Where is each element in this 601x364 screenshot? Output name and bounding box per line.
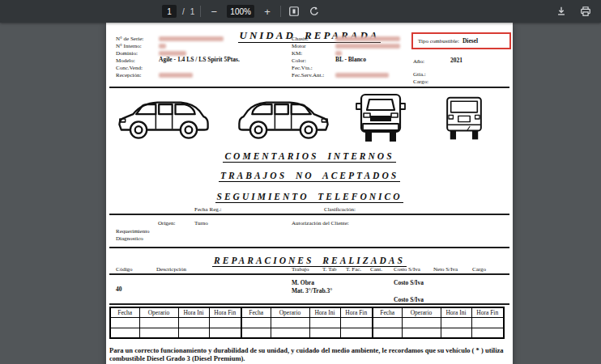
- work-log-header-cell: Operario: [139, 307, 178, 317]
- work-log-cell: [441, 317, 471, 328]
- work-log-cell: [373, 328, 402, 338]
- pdf-toolbar: 1 / 1 − 100% +: [0, 0, 601, 23]
- field-value-anio: 2021: [450, 57, 462, 64]
- requerimiento-label: Requerimiento: [116, 228, 150, 235]
- redacted-value-chasis: [335, 36, 400, 41]
- repairs-col-neto: Neto S/Iva: [433, 266, 458, 273]
- zoom-out-button[interactable]: −: [207, 4, 221, 19]
- field-value-modelo: Agile - 1.4 LS / LS Spirit 5Ptas.: [159, 57, 240, 63]
- page-total: 1: [190, 7, 195, 16]
- fit-to-page-icon: [288, 6, 300, 17]
- repairs-col-ttab: T. Tab: [322, 266, 337, 273]
- repairs-heading: REPARACIONES REALIZADAS: [212, 256, 407, 267]
- field-label-gtia: Gtía.:: [413, 71, 426, 78]
- redacted-value-serie: [159, 36, 224, 41]
- work-log-header-cell: Operario: [271, 307, 309, 317]
- work-log-header-cell: Hora Fin: [209, 307, 241, 317]
- work-log-empty-row: [110, 328, 504, 338]
- field-label-color: Color:: [292, 57, 306, 64]
- field-label-motor: Motor: [292, 43, 306, 49]
- fecha-reg-label: Fecha Reg.:: [194, 206, 221, 213]
- rejected-jobs-heading-row: TRABAJOS NO ACEPTADOS: [106, 167, 513, 182]
- print-button[interactable]: [578, 4, 593, 19]
- repairs-col-codigo: Código: [116, 266, 133, 273]
- diagnostico-label: Diagnostico: [116, 235, 143, 242]
- vehicle-diagrams: [106, 92, 513, 144]
- redacted-value-motor: [335, 44, 400, 49]
- repairs-col-cant: Cant.: [370, 266, 382, 273]
- download-icon: [556, 6, 567, 17]
- repairs-col-cargo: Cargo: [472, 266, 486, 273]
- field-label-fecvta: Fec.Vta.:: [292, 65, 313, 71]
- document-page: UNIDAD REPARADA N° de Serie: N° Interno:…: [106, 23, 513, 364]
- section-divider: [109, 247, 509, 248]
- comments-heading: COMENTARIOS INTERNOS: [223, 151, 395, 163]
- redacted-value-fecservant: [335, 73, 389, 78]
- page-separator: /: [182, 7, 185, 16]
- work-log-header-cell: Hora Fin: [340, 307, 373, 317]
- fuel-type-label: Tipo combustible:: [418, 38, 459, 44]
- work-log-empty-row: [110, 317, 504, 328]
- download-button[interactable]: [554, 4, 569, 19]
- repairs-row-trabajo-2: Mat. 3°/Trab.3°: [292, 288, 332, 294]
- vehicle-side-left-diagram: [116, 95, 211, 142]
- footer-note: Para un correcto funcionamiento y durabi…: [109, 346, 506, 362]
- repairs-col-tfac: T. Fac.: [346, 266, 361, 273]
- rotate-button[interactable]: [307, 4, 322, 19]
- work-log-cell: [471, 317, 504, 328]
- comments-heading-row: COMENTARIOS INTERNOS: [106, 148, 513, 163]
- work-log-header-cell: Fecha: [110, 307, 139, 317]
- work-log-cell: [271, 317, 309, 328]
- work-log-cell: [178, 317, 209, 328]
- repairs-row-trabajo-1: M. Obra: [292, 280, 314, 286]
- field-label-serie: N° de Serie:: [116, 36, 143, 42]
- section-divider: [109, 303, 509, 305]
- work-log-cell: [441, 328, 471, 338]
- field-value-color: BL - Blanco: [335, 57, 366, 63]
- fit-to-page-button[interactable]: [287, 4, 301, 19]
- field-label-chasis: Chasis:: [292, 36, 309, 42]
- redacted-value-recepcion: [159, 73, 193, 78]
- repairs-col-trabajo: Trabajo: [292, 266, 309, 273]
- field-label-km: KM:: [292, 50, 302, 57]
- section-divider: [109, 214, 509, 215]
- work-log-cell: [139, 317, 178, 328]
- repairs-row-codigo: 40: [116, 286, 122, 293]
- work-log-cell: [340, 328, 373, 338]
- autorizacion-label: Autorización del Cliente:: [292, 220, 349, 226]
- print-icon: [580, 6, 591, 17]
- zoom-level-input[interactable]: 100%: [227, 5, 254, 18]
- field-label-interno: N° Interno:: [116, 43, 142, 49]
- repairs-row-costo-2: Costo S/Iva: [394, 297, 424, 303]
- work-log-cell: [402, 317, 441, 328]
- toolbar-divider: [280, 6, 281, 17]
- field-label-recepcion: Recepción:: [116, 72, 142, 78]
- pdf-viewer-canvas[interactable]: UNIDAD REPARADA N° de Serie: N° Interno:…: [0, 23, 601, 364]
- origen-value: Turno: [194, 220, 208, 226]
- section-divider: [109, 273, 509, 275]
- work-log-cell: [402, 328, 441, 338]
- work-log-cell: [209, 328, 241, 338]
- work-log-cell: [471, 328, 504, 338]
- work-log-cell: [178, 328, 209, 338]
- work-log-cell: [139, 328, 178, 338]
- fuel-type-highlight-box: Tipo combustible: Diesel: [411, 32, 511, 49]
- repairs-row-costo-1: Costo S/Iva: [394, 280, 424, 286]
- rotate-icon: [309, 6, 320, 17]
- work-log-header-cell: Hora Ini: [441, 307, 471, 317]
- fuel-type-value: Diesel: [462, 38, 478, 44]
- zoom-in-button[interactable]: +: [260, 4, 275, 19]
- section-divider: [109, 87, 509, 88]
- work-log-cell: [110, 328, 139, 338]
- repairs-col-costo: Costo S/Iva: [394, 266, 420, 273]
- origen-label: Origen:: [158, 220, 175, 226]
- field-label-modelo: Modelo:: [116, 57, 135, 64]
- work-log-cell: [271, 328, 309, 338]
- field-label-anio: Año:: [413, 58, 424, 65]
- work-log-cell: [241, 317, 271, 328]
- work-log-cell: [110, 317, 139, 328]
- clasificacion-label: Clasificación:: [324, 206, 356, 213]
- page-number-input[interactable]: 1: [162, 5, 177, 18]
- work-log-cell: [309, 317, 340, 328]
- work-log-cell: [373, 317, 402, 328]
